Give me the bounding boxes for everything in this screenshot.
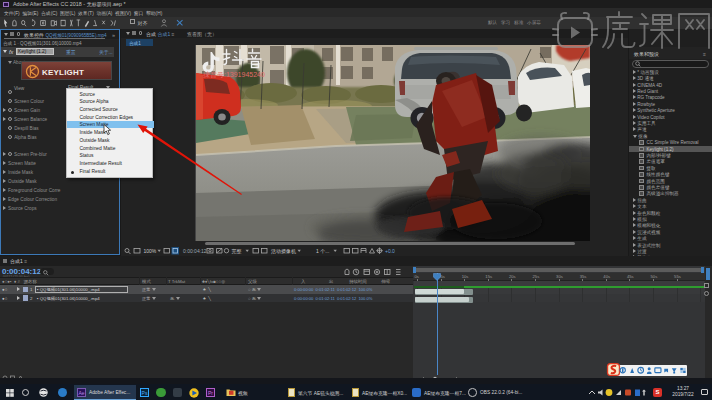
svg-text:完整: 完整 bbox=[232, 248, 242, 255]
svg-text:0:00:04:12: 0:00:04:12 bbox=[183, 248, 207, 254]
svg-text:活动摄像机: 活动摄像机 bbox=[271, 248, 296, 255]
svg-text:1 个...: 1 个... bbox=[316, 248, 329, 254]
svg-text:+0.0: +0.0 bbox=[385, 248, 395, 254]
svg-text:捒音号:1391945240: 捒音号:1391945240 bbox=[203, 71, 265, 78]
svg-text:100%: 100% bbox=[144, 248, 157, 254]
